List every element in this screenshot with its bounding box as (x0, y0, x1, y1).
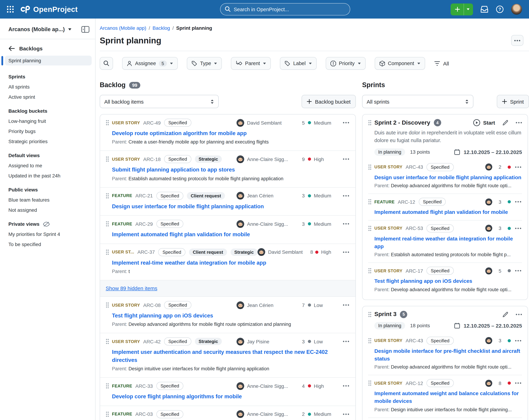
filter-search-button[interactable] (100, 57, 113, 70)
priority-indicator: High (315, 249, 340, 255)
sidebar-item[interactable]: Blue team features (8, 197, 90, 203)
work-item-title[interactable]: Design mobile interface for pre-flight c… (374, 347, 522, 362)
work-item-title[interactable]: Implement real-time weather data integra… (374, 235, 522, 250)
filter-chip-assignee[interactable]: Assignee 5 (122, 57, 178, 70)
sidebar-item[interactable]: Updated in the past 24h (8, 173, 90, 178)
item-menu-button[interactable] (514, 227, 522, 230)
drag-handle[interactable] (368, 312, 371, 317)
work-item-title[interactable]: Design user interface for mobile flight … (374, 174, 522, 181)
drag-handle[interactable] (106, 302, 109, 308)
sidebar-item[interactable]: Not assigned (8, 207, 90, 213)
sidebar-item[interactable]: Assigned to me (8, 163, 90, 168)
filter-chip-component[interactable]: Component (374, 57, 425, 70)
page-menu-button[interactable] (511, 35, 523, 46)
component-icon (379, 60, 385, 66)
drag-handle[interactable] (368, 120, 371, 126)
add-sprint-button[interactable]: Sprint (497, 95, 529, 108)
drag-handle[interactable] (106, 156, 109, 162)
sprint-menu-button[interactable] (516, 314, 522, 315)
item-menu-button[interactable] (514, 200, 522, 203)
sidebar-item[interactable]: Strategic priorities (8, 139, 90, 144)
global-search-input[interactable] (220, 3, 350, 15)
drag-handle[interactable] (106, 221, 109, 227)
item-menu-button[interactable] (342, 384, 350, 387)
story-points: 2 (299, 411, 308, 417)
filter-chip-type[interactable]: Type (187, 57, 222, 70)
work-item-title[interactable]: Test flight planning app on iOS devices (112, 312, 350, 320)
work-item-title[interactable]: Implement user authentication and securi… (112, 348, 350, 364)
sidebar-item[interactable]: Active sprint (8, 94, 90, 100)
notifications-inbox-button[interactable] (480, 6, 489, 13)
sprint-start-button[interactable]: Start (473, 119, 495, 126)
drag-handle[interactable] (106, 249, 109, 255)
item-menu-button[interactable] (342, 412, 350, 416)
drag-handle[interactable] (106, 411, 109, 417)
work-item-title[interactable]: Test flight planning app on iOS devices (374, 277, 522, 285)
drag-handle[interactable] (368, 380, 371, 386)
drag-handle[interactable] (368, 225, 371, 231)
item-menu-button[interactable] (514, 165, 522, 169)
drag-handle[interactable] (106, 193, 109, 199)
user-avatar[interactable] (511, 4, 522, 15)
priority-dot (308, 384, 311, 387)
drag-handle[interactable] (106, 120, 109, 126)
filter-chip-label[interactable]: Label (280, 57, 317, 70)
help-button[interactable]: ? (496, 5, 504, 13)
filter-chip-priority[interactable]: Priority (326, 57, 365, 70)
sidebar-collapse-button[interactable] (81, 26, 90, 33)
item-menu-button[interactable] (514, 269, 522, 272)
back-button[interactable] (8, 46, 15, 51)
work-item-title[interactable]: Implement automated flight plan validati… (112, 231, 350, 239)
drag-handle[interactable] (106, 383, 109, 389)
item-menu-button[interactable] (342, 194, 350, 197)
add-backlog-bucket-button[interactable]: Backlog bucket (302, 95, 356, 108)
item-menu-button[interactable] (342, 340, 350, 343)
parent-line: Parent: Establish automated testing prot… (112, 176, 350, 182)
openproject-logo[interactable]: OpenProject (20, 5, 78, 14)
show-hidden-items-link[interactable]: Show 89 hidden items (106, 285, 157, 291)
sprint-edit-button[interactable] (502, 119, 509, 126)
item-menu-button[interactable] (342, 303, 350, 307)
main-content: Arcanos (Mobile app)/Backlog/Sprint plan… (95, 19, 529, 420)
priority-indicator: High (308, 383, 340, 389)
sprint-edit-button[interactable] (502, 311, 509, 318)
item-menu-button[interactable] (342, 250, 350, 254)
sidebar-item[interactable]: All sprints (8, 84, 90, 90)
work-item-title[interactable]: Implement automated flight plan validati… (374, 208, 522, 216)
item-menu-button[interactable] (342, 158, 350, 161)
breadcrumb-link[interactable]: Arcanos (Mobile app) (100, 25, 146, 31)
item-menu-button[interactable] (342, 222, 350, 225)
create-dropdown-caret[interactable] (463, 3, 473, 15)
sprints-filter-select[interactable]: All sprints (362, 95, 473, 108)
item-menu-button[interactable] (514, 382, 522, 385)
item-menu-button[interactable] (342, 121, 350, 124)
breadcrumb-link[interactable]: Backlog (153, 25, 170, 31)
drag-handle[interactable] (106, 339, 109, 345)
work-item-title[interactable]: Develop core flight planning algorithms … (112, 393, 350, 401)
work-item-title[interactable]: Implement automated weight and balance c… (374, 390, 522, 405)
drag-handle[interactable] (368, 164, 371, 170)
sidebar-item[interactable]: Priority bugs (8, 128, 90, 134)
sidebar-section-title: Public views (8, 187, 38, 192)
drag-handle[interactable] (368, 199, 371, 205)
assignee-avatar (485, 267, 492, 274)
sidebar-item-sprint-planning[interactable]: Sprint planning (5, 56, 92, 66)
drag-handle[interactable] (368, 268, 371, 274)
work-item-title[interactable]: Implement real-time weather data integra… (112, 259, 350, 267)
work-item-title[interactable]: Develop route optimization algorithm for… (112, 130, 350, 137)
project-selector[interactable]: Arcanos (Mobile ap...) (8, 26, 65, 33)
create-button[interactable] (451, 3, 473, 15)
filter-chip-parent[interactable]: Parent (231, 57, 271, 70)
sprint-menu-button[interactable] (516, 122, 522, 123)
backlog-filter-select[interactable]: All backlog items (100, 95, 219, 108)
app-grid-menu-button[interactable] (7, 6, 14, 13)
sidebar-item[interactable]: To be specified (8, 242, 90, 247)
sidebar-item[interactable]: My priorities for Sprint 4 (8, 231, 90, 237)
item-menu-button[interactable] (514, 339, 522, 342)
work-item-title[interactable]: Design user interface for mobile flight … (112, 203, 350, 210)
filter-all-button[interactable]: All (434, 60, 449, 66)
drag-handle[interactable] (368, 338, 371, 344)
sprint-status-badge: In planning (374, 322, 405, 329)
work-item-title[interactable]: Submit flight planning application to ap… (112, 166, 350, 174)
sidebar-item[interactable]: Low-hanging fruit (8, 118, 90, 124)
